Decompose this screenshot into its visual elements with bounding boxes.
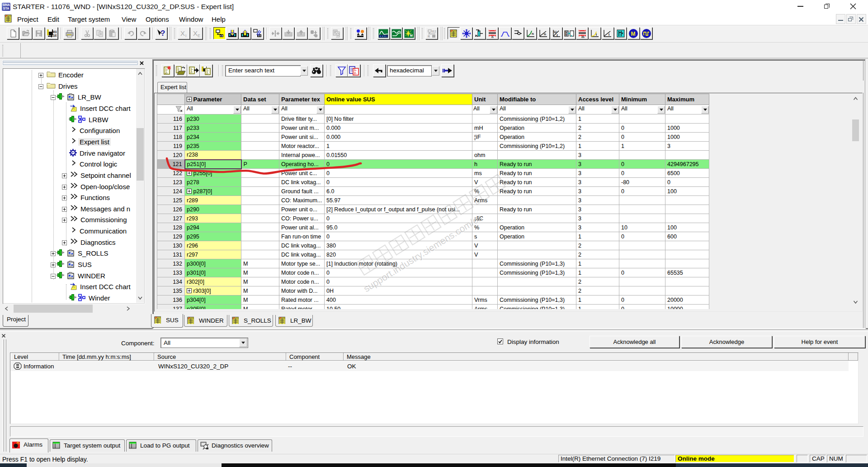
svg-text:E: E bbox=[198, 33, 200, 38]
svg-text:10: 10 bbox=[53, 33, 57, 38]
svg-text:?: ? bbox=[160, 29, 165, 38]
svg-text:I: I bbox=[596, 33, 597, 37]
svg-text:X: X bbox=[180, 29, 185, 37]
svg-text:X: X bbox=[193, 29, 198, 37]
svg-text:n: n bbox=[532, 32, 534, 36]
svg-text:E2: E2 bbox=[432, 30, 436, 33]
svg-text:n: n bbox=[491, 35, 494, 38]
svg-text:2-: 2- bbox=[190, 70, 193, 73]
svg-text:M: M bbox=[565, 33, 567, 36]
svg-text:f: f bbox=[557, 33, 558, 38]
svg-text:R: R bbox=[428, 35, 430, 38]
svg-text:I: I bbox=[609, 33, 609, 37]
svg-text:2-: 2- bbox=[354, 71, 357, 75]
svg-text:I: I bbox=[185, 33, 187, 38]
svg-text:M: M bbox=[631, 31, 636, 37]
svg-text:m: m bbox=[581, 35, 585, 38]
svg-text:2-: 2- bbox=[165, 71, 168, 74]
svg-text:2-: 2- bbox=[206, 71, 209, 75]
svg-text:1-: 1- bbox=[165, 68, 168, 71]
svg-text:1-: 1- bbox=[354, 68, 357, 71]
svg-text:n: n bbox=[544, 32, 546, 36]
svg-text:M: M bbox=[410, 34, 413, 37]
